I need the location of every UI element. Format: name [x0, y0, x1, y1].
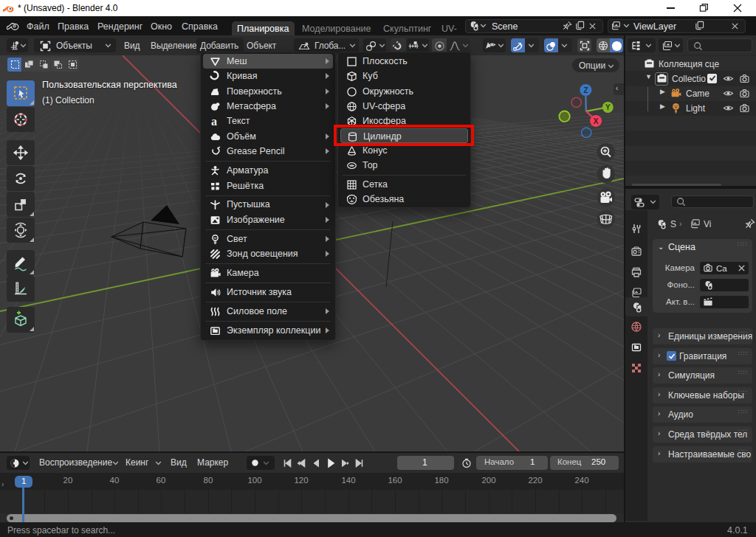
svg-text:X: X [594, 117, 599, 125]
svg-text:Z: Z [583, 86, 588, 94]
svg-text:a: a [211, 116, 217, 127]
svg-text:Y: Y [605, 103, 611, 111]
